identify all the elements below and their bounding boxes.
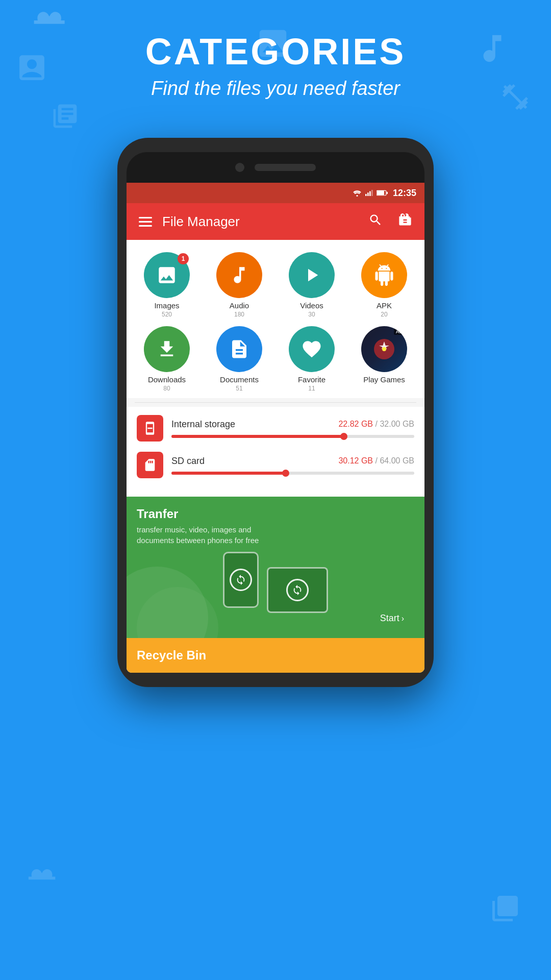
wifi-icon: [352, 189, 362, 197]
sdcard-storage-item[interactable]: SD card 30.12 GB / 64.00 GB: [137, 452, 414, 478]
transfer-start-label: Start: [380, 613, 399, 624]
category-apk[interactable]: APK 20: [352, 252, 416, 318]
apk-circle: [361, 252, 407, 298]
sdcard-progress-dot: [282, 470, 289, 477]
transfer-chevron-icon: ›: [402, 614, 404, 623]
status-time: 12:35: [393, 188, 416, 199]
documents-label: Documents: [220, 375, 259, 384]
transfer-monitor-device: [267, 567, 328, 613]
internal-progress-dot: [340, 433, 347, 440]
internal-storage-info: Internal storage 22.82 GB / 32.00 GB: [171, 419, 414, 438]
videos-label: Videos: [300, 301, 323, 310]
internal-storage-icon: [137, 415, 163, 442]
sdcard-storage-info: SD card 30.12 GB / 64.00 GB: [171, 456, 414, 475]
images-label: Images: [154, 301, 179, 310]
status-icons: [352, 189, 388, 197]
ad-badge: AD: [394, 328, 405, 335]
transfer-title: Tranfer: [137, 507, 414, 521]
svg-rect-2: [367, 192, 369, 196]
transfer-phone-icon: [223, 552, 259, 608]
gift-icon[interactable]: [398, 213, 412, 231]
svg-point-10: [382, 347, 386, 351]
menu-icon[interactable]: [139, 217, 152, 227]
images-count: 520: [162, 311, 172, 318]
apk-count: 20: [381, 311, 387, 318]
svg-rect-6: [377, 191, 384, 195]
internal-progress-fill: [171, 435, 344, 438]
svg-rect-3: [369, 191, 371, 196]
play-games-thumb: AD: [361, 326, 407, 372]
app-bar: File Manager: [127, 203, 424, 240]
signal-icon: [365, 189, 373, 197]
category-documents[interactable]: Documents 51: [207, 326, 271, 392]
apk-label: APK: [377, 301, 392, 310]
images-badge: 1: [178, 253, 189, 264]
storage-section: Internal storage 22.82 GB / 32.00 GB: [127, 407, 424, 497]
app-bar-title: File Manager: [162, 214, 358, 230]
audio-count: 180: [234, 311, 244, 318]
internal-storage-header: Internal storage 22.82 GB / 32.00 GB: [171, 419, 414, 430]
favorite-circle: [289, 326, 335, 372]
battery-icon: [377, 190, 388, 196]
svg-point-0: [356, 195, 358, 197]
transfer-monitor-circle: [286, 579, 309, 601]
internal-storage-usage: 22.82 GB / 32.00 GB: [338, 420, 414, 429]
favorite-label: Favorite: [298, 375, 325, 384]
svg-rect-7: [387, 192, 388, 194]
category-downloads[interactable]: Downloads 80: [135, 326, 199, 392]
favorite-count: 11: [308, 385, 315, 392]
phone-notch: [127, 152, 424, 183]
page-subtitle: Find the files you need faster: [0, 78, 551, 100]
category-play-games[interactable]: AD Play Games: [352, 326, 416, 392]
recycle-bin-section[interactable]: Recycle Bin: [127, 638, 424, 673]
internal-total-val: 32.00 GB: [380, 420, 414, 428]
phone-camera: [235, 163, 244, 172]
documents-circle: [216, 326, 262, 372]
categories-grid: 1 Images 520 Audio 180 Videos 30: [127, 240, 424, 398]
status-bar: 12:35: [127, 183, 424, 203]
internal-storage-item[interactable]: Internal storage 22.82 GB / 32.00 GB: [137, 415, 414, 442]
internal-progress-bar: [171, 435, 414, 438]
recycle-bin-title: Recycle Bin: [137, 648, 414, 663]
transfer-monitor-icon: [267, 567, 328, 613]
images-circle: 1: [144, 252, 190, 298]
svg-rect-1: [365, 194, 367, 196]
category-favorite[interactable]: Favorite 11: [280, 326, 344, 392]
internal-used: 22.82 GB: [338, 420, 373, 428]
transfer-phone-device: [223, 552, 259, 613]
svg-rect-4: [371, 190, 373, 196]
phone-speaker: [255, 164, 316, 171]
play-games-label: Play Games: [363, 375, 405, 384]
sdcard-storage-header: SD card 30.12 GB / 64.00 GB: [171, 456, 414, 467]
downloads-label: Downloads: [148, 375, 186, 384]
phone-frame: 12:35 File Manager: [117, 138, 434, 687]
transfer-section[interactable]: Tranfer transfer music, video, images an…: [127, 497, 424, 638]
transfer-desc: transfer music, video, images and docume…: [137, 524, 280, 546]
audio-label: Audio: [230, 301, 249, 310]
phone-screen: 12:35 File Manager: [127, 183, 424, 673]
page-title: CATEGORIES: [0, 31, 551, 72]
downloads-circle: [144, 326, 190, 372]
videos-circle: [289, 252, 335, 298]
transfer-phone-circle: [230, 569, 252, 591]
downloads-count: 80: [163, 385, 170, 392]
category-videos[interactable]: Videos 30: [280, 252, 344, 318]
sdcard-used: 30.12 GB: [338, 456, 373, 465]
sdcard-progress-bar: [171, 472, 414, 475]
category-audio[interactable]: Audio 180: [207, 252, 271, 318]
sdcard-storage-name: SD card: [171, 456, 205, 467]
internal-storage-name: Internal storage: [171, 419, 235, 430]
page-header: CATEGORIES Find the files you need faste…: [0, 31, 551, 100]
sdcard-total-val: 64.00 GB: [380, 456, 414, 465]
search-icon[interactable]: [368, 213, 383, 231]
sdcard-storage-usage: 30.12 GB / 64.00 GB: [338, 456, 414, 465]
sdcard-progress-fill: [171, 472, 286, 475]
category-images[interactable]: 1 Images 520: [135, 252, 199, 318]
documents-count: 51: [236, 385, 242, 392]
sdcard-storage-icon: [137, 452, 163, 478]
videos-count: 30: [308, 311, 315, 318]
audio-circle: [216, 252, 262, 298]
transfer-start-button[interactable]: Start ›: [127, 613, 404, 630]
divider-1: [135, 402, 416, 403]
